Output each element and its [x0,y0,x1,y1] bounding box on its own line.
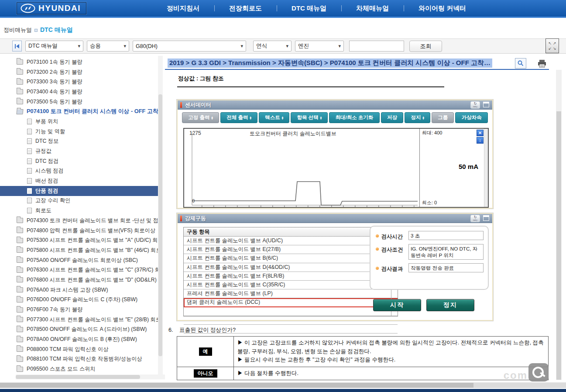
sidebar-tree-item[interactable]: P095500 스포츠 모드 스위치 [0,364,158,374]
chart-side-panel: 최대: 400 최소: 0 50 mA ✕ ↕ [419,129,484,207]
actuation-row[interactable]: 시프트 컨트롤 솔레노이드 밸브 A(UD/C) [184,237,398,245]
actuation-row[interactable]: 시프트 컨트롤 솔레노이드 밸브 C(35R/C) [184,281,398,289]
page-horizontal-scrollbar[interactable] [0,382,566,388]
tree-node-label: 고장 수리 확인 [35,197,71,204]
sidebar-vertical-scrollbar[interactable] [158,56,163,375]
search-icon [518,60,524,66]
sidebar-tree-item[interactable]: P074800 압력 컨트롤 솔레노이드 밸브(VFS) 회로이상 [0,226,158,236]
search-go-button[interactable]: 조회 [409,41,442,52]
sidebar-tree-item[interactable]: P088100 TCM 파워 입력신호 작동범위/성능이상 [0,354,158,364]
chart-id-label: 1275 [189,130,201,136]
sidebar-tree-item[interactable]: P076F00 7속 동기 불량 [0,305,158,315]
sidebar-tree-item[interactable]: 시스템 점검 [0,166,158,176]
tree-node-icon [17,258,23,263]
start-button[interactable]: 시작 [373,299,421,311]
content-vscroll-thumb[interactable] [556,111,561,380]
hyundai-logo[interactable]: HYUNDAI [17,2,86,14]
sensor-toolbar-button[interactable]: 전체 출력 ▴▾ [220,112,257,123]
sensor-toolbar-button[interactable]: 그룹 ▴▾ [432,112,454,123]
tree-node-icon [17,228,23,233]
chart-max-label: 최대: 400 [422,130,442,136]
actuation-row[interactable]: 시프트 컨트롤 솔레노이드 밸브 D(4&OD/C) [184,263,398,272]
sidebar-tree-item[interactable]: P076300 시프트 컨트롤 솔레노이드 밸브 "C" (37R/C) 회로 [0,265,158,275]
print-button[interactable] [537,59,547,68]
tree-node-icon [17,79,23,85]
retry-icon[interactable]: ↻ retry [470,101,480,109]
sensor-toolbar-button[interactable]: 최대/최소 초기화 ▴▾ [329,112,379,123]
window-restore-icon[interactable] [483,102,489,107]
sensor-toolbar-button[interactable]: 항목 선택 ▴▾ [291,112,328,123]
sidebar-tree-item[interactable]: P088000 TCM 파워 입력신호 이상 [0,344,158,354]
tree-node-icon [17,268,23,273]
dtc-search-input[interactable] [349,41,404,52]
sidebar-tree-item[interactable]: P074100 토크 컨버터 클러치 시스템 이상 - OFF 고착 [0,107,158,117]
retry-icon[interactable]: ↻ retry [470,215,480,222]
chart-signal-name: 토오크컨버터 클러치 솔레노이드밸브 [250,130,336,138]
toolbar-select[interactable]: 엔진 ▾ [295,41,344,52]
sidebar-tree-item[interactable]: P073400 4속 동기 불량 [0,87,158,97]
toolbar-select[interactable]: DTC 매뉴얼 ▾ [25,41,83,52]
sensor-toolbar-button[interactable]: 텍스트 ▴▾ [259,112,289,123]
actuation-row[interactable]: 시프트 컨트롤 솔레노이드 밸브 E(27/B) [184,245,398,254]
sidebar-tree-item[interactable]: P073100 1속 동기 불량 [0,57,158,67]
actuation-row[interactable]: 프레셔 컨트롤 솔레노이드 밸브 (LP) [184,289,398,298]
sidebar-tree-item[interactable]: P078500 ON/OFF 솔레노이드 A (드라이브) (SBW) [0,325,158,335]
sidebar-tree-item[interactable]: P075A00 ON/OFF 솔레노이드 회로이상 (SBC) [0,255,158,265]
window-restore-icon[interactable] [483,215,489,221]
sidebar-tree-item[interactable]: P073300 3속 동기 불량 [0,77,158,87]
sidebar-tree-item[interactable]: P078A00 ON/OFF 솔레노이드 B (후진) (SBW) [0,334,158,344]
sidebar-tree-item[interactable]: 배선 점검 [0,176,158,186]
chart-updown-button[interactable]: ↕ [477,137,484,144]
top-nav-item[interactable]: 와이어링 커넥터 [404,4,481,13]
sidebar-tree-item[interactable]: P074300 토크 컨버터 솔레노이드 밸브 회로 -단선 및 접지 [0,216,158,226]
sidebar-tree-item[interactable]: P076800 시프트 컨트롤 솔레노이드 밸브 "D" (OD&LR) 회로 [0,275,158,285]
content-vertical-scrollbar[interactable] [556,70,562,380]
sidebar-tree-item[interactable]: P075800 시프트 컨트롤 솔레노이드 밸브 "B" (46/C) 회로 [0,245,158,255]
tree-node-label: P076F00 7속 동기 불량 [27,306,82,313]
page-hscroll-thumb[interactable] [0,383,473,388]
sidebar-tree-item[interactable]: DTC 정보 [0,137,158,147]
sensor-toolbar-button[interactable]: 정지 ▴▾ [405,112,430,123]
toolbar-select[interactable]: 승용 ▾ [87,41,129,52]
sidebar-tree-item[interactable]: 규정값 [0,146,158,156]
stop-button[interactable]: 정지 [426,299,474,311]
actuation-row[interactable] [184,316,398,325]
sidebar-tree-item[interactable]: P076A00 파크 시스템 고장 (SBW) [0,285,158,295]
sidebar-tree-item[interactable]: P076D00 ON/OFF 솔레노이드 C (주차) (SBW) [0,295,158,305]
content-search-button[interactable] [515,58,526,69]
top-nav-item[interactable]: 차체매뉴얼 [341,4,404,13]
actuation-row[interactable] [184,307,398,316]
actuation-row[interactable]: 댐퍼 클러치 솔레노이드 (DCC) [184,298,398,307]
sidebar-tree-item[interactable]: P075300 시프트 컨트롤 솔레노이드 밸브 "A" (UD/C) 회로 [0,235,158,245]
tree-node-icon [16,109,23,114]
sensor-toolbar-button[interactable]: 고정 출력 ▴▾ [182,112,219,123]
top-nav-item[interactable]: 전장회로도 [214,4,277,13]
sidebar-tree-item[interactable]: DTC 점검 [0,156,158,166]
top-nav-item[interactable]: 정비지침서 [152,4,214,13]
sidebar-tree-item[interactable]: 단품 점검 [0,186,158,196]
chevron-down-icon: ▾ [240,43,243,49]
toolbar-select[interactable]: 연식 ▾ [253,41,292,52]
sensor-toolbar-button[interactable]: 가상차속 ▴▾ [455,112,488,123]
sidebar-collapse-button[interactable] [12,41,22,52]
sidebar-vscroll-thumb[interactable] [158,94,162,356]
sidebar-tree-item[interactable]: 회로도 [0,206,158,216]
top-nav-item[interactable]: DTC 매뉴얼 [277,4,341,13]
sidebar-tree-item[interactable]: 기능 및 역할 [0,127,158,137]
sidebar-hscroll-thumb[interactable] [16,375,140,379]
fullscreen-toggle-button[interactable]: ↖↗↙↘ [545,38,559,53]
sidebar-tree-item[interactable]: P077300 시프트 컨트롤 솔레노이드 밸브 "E" (28/B) 회로 [0,315,158,325]
sidebar-tree-item[interactable]: 고장 수리 확인 [0,196,158,206]
fullscreen-arrows-icon: ↖ [548,41,552,45]
tree-node-label: P075A00 ON/OFF 솔레노이드 회로이상 (SBC) [27,257,138,264]
sidebar-tree-item[interactable]: P073500 5속 동기 불량 [0,97,158,107]
sensor-toolbar-button[interactable]: 저장 ▴▾ [381,112,404,123]
sidebar-horizontal-scrollbar[interactable] [16,375,188,379]
tree-node-icon [17,59,23,65]
actuation-row[interactable]: 시프트 컨트롤 솔레노이드 밸브 F(8LR/B) [184,272,398,281]
sidebar-tree-item[interactable]: 부품 위치 [0,117,158,127]
toolbar-select[interactable]: G80(DH) ▾ [133,41,246,52]
chart-close-button[interactable]: ✕ [477,130,484,136]
sidebar-tree-item[interactable]: P073200 2속 동기 불량 [0,67,158,77]
actuation-row[interactable]: 시프트 컨트롤 솔레노이드 밸브 B(6/C) [184,254,398,263]
